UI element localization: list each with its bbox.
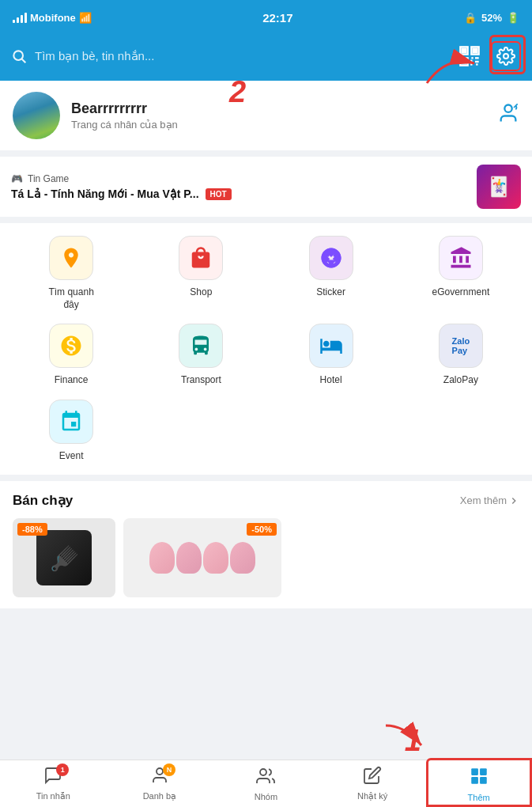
svg-point-15 — [157, 768, 163, 775]
profile-subtitle: Trang cá nhân của bạn — [71, 119, 486, 131]
ban-chay-header: Bán chạy Xem thêm — [13, 492, 519, 509]
profile-name: Bearrrrrrrrr — [71, 100, 486, 117]
group-icon — [256, 767, 275, 790]
battery-icon: 🔋 — [507, 12, 519, 24]
svg-rect-11 — [474, 49, 477, 53]
service-label: Sticker — [316, 286, 345, 299]
header-icons — [455, 41, 521, 71]
svg-rect-10 — [462, 49, 466, 53]
service-label: ZaloPay — [443, 374, 478, 387]
service-label: Transport — [181, 374, 221, 387]
nav-danh-ba[interactable]: N Danh bạ — [107, 760, 213, 807]
header: Tìm bạn bè, tin nhắn... — [0, 35, 532, 81]
view-more-button[interactable]: Xem thêm — [460, 494, 519, 506]
profile-edit-button[interactable] — [497, 102, 519, 129]
nav-nhom[interactable]: Nhóm — [213, 760, 319, 807]
nav-label-nhat-ky: Nhật ký — [357, 791, 387, 801]
tin-nhan-badge: 1 — [56, 763, 69, 776]
news-thumbnail: 🃏 — [477, 165, 521, 209]
svg-point-14 — [504, 105, 511, 112]
diary-icon — [363, 766, 382, 790]
service-label: Event — [59, 450, 84, 463]
service-sticker[interactable]: Sticker — [266, 236, 396, 311]
qr-icon — [458, 45, 481, 67]
battery-percent: 52% — [481, 12, 502, 24]
status-time: 22:17 — [262, 11, 292, 25]
profile-info: Bearrrrrrrrr Trang cá nhân của bạn — [71, 100, 486, 131]
bottom-nav: 1 Tin nhắn N Danh bạ Nhóm — [0, 760, 532, 807]
svg-point-0 — [13, 51, 23, 60]
avatar — [13, 92, 60, 139]
news-title: Tá Lả - Tính Năng Mới - Mua Vật P... HOT — [11, 188, 469, 200]
svg-point-16 — [260, 769, 266, 775]
nav-label-danh-ba: Danh bạ — [143, 791, 176, 801]
svg-rect-12 — [462, 60, 466, 64]
discount-badge-1: -88% — [17, 523, 47, 536]
service-label: Hotel — [320, 374, 342, 387]
nav-them[interactable]: Thêm — [425, 760, 532, 807]
service-event[interactable]: Event — [6, 400, 136, 463]
settings-button[interactable] — [491, 41, 521, 71]
products-row: -88% 🪮 -50% — [13, 518, 519, 597]
game-icon: 🎮 — [11, 173, 23, 184]
lock-icon: 🔒 — [464, 12, 477, 24]
zalopay-icon-box: ZaloPay — [439, 324, 483, 368]
transport-icon-box — [179, 324, 223, 368]
hot-badge: HOT — [206, 188, 232, 200]
service-label: eGovernment — [432, 286, 490, 299]
service-tim-quanh-day[interactable]: Tìm quanhđây — [6, 236, 136, 311]
status-left: Mobifone 📶 — [13, 12, 92, 24]
service-egovernment[interactable]: eGovernment — [396, 236, 526, 311]
ban-chay-title: Bán chạy — [13, 492, 73, 509]
search-bar[interactable]: Tìm bạn bè, tin nhắn... — [11, 48, 445, 64]
finance-icon-box — [49, 324, 93, 368]
service-zalopay[interactable]: ZaloPay ZaloPay — [396, 324, 526, 387]
svg-rect-20 — [480, 777, 487, 784]
location-icon-box — [49, 236, 93, 280]
nav-label-tin-nhan: Tin nhắn — [36, 791, 70, 801]
shop-icon-box — [179, 236, 223, 280]
service-label: Finance — [55, 374, 89, 387]
hotel-icon-box — [309, 324, 353, 368]
egovernment-icon-box — [439, 236, 483, 280]
gear-icon — [496, 47, 515, 66]
signal-icon — [13, 13, 27, 23]
news-content: 🎮 Tin Game Tá Lả - Tính Năng Mới - Mua V… — [11, 173, 469, 200]
svg-rect-18 — [480, 768, 487, 775]
qr-button[interactable] — [455, 41, 485, 71]
status-bar: Mobifone 📶 22:17 🔒 52% 🔋 — [0, 0, 532, 35]
search-icon — [11, 48, 27, 64]
product-card-1[interactable]: -88% 🪮 — [13, 518, 115, 597]
status-right: 🔒 52% 🔋 — [464, 12, 519, 24]
service-shop[interactable]: Shop — [136, 236, 266, 311]
nav-nhat-ky[interactable]: Nhật ký — [319, 760, 426, 807]
nav-label-nhom: Nhóm — [255, 792, 277, 801]
svg-line-1 — [22, 59, 26, 63]
wifi-icon: 📶 — [79, 12, 92, 24]
product-card-2[interactable]: -50% — [123, 518, 281, 597]
service-label: Shop — [190, 286, 212, 299]
svg-rect-17 — [471, 768, 478, 775]
event-icon-box — [49, 400, 93, 444]
svg-point-13 — [504, 54, 508, 59]
ban-chay-section: Bán chạy Xem thêm -88% 🪮 -50% — [0, 481, 532, 608]
carrier-name: Mobifone — [30, 12, 76, 24]
search-placeholder: Tìm bạn bè, tin nhắn... — [35, 49, 154, 63]
service-label: Tìm quanhđây — [48, 286, 93, 311]
service-hotel[interactable]: Hotel — [266, 324, 396, 387]
service-transport[interactable]: Transport — [136, 324, 266, 387]
services-grid: Tìm quanhđây Shop Sticker — [6, 236, 526, 462]
main-content: Bearrrrrrrrr Trang cá nhân của bạn 🎮 Tin… — [0, 81, 532, 760]
more-icon — [469, 766, 489, 791]
profile-section[interactable]: Bearrrrrrrrr Trang cá nhân của bạn — [0, 81, 532, 150]
nav-label-them: Thêm — [468, 793, 490, 802]
service-finance[interactable]: Finance — [6, 324, 136, 387]
danh-ba-badge: N — [163, 763, 175, 776]
sticker-icon-box — [309, 236, 353, 280]
svg-rect-19 — [471, 777, 478, 784]
services-section: Tìm quanhđây Shop Sticker — [0, 223, 532, 475]
news-category: 🎮 Tin Game — [11, 173, 469, 184]
nav-tin-nhan[interactable]: 1 Tin nhắn — [0, 760, 107, 807]
discount-badge-2: -50% — [247, 523, 277, 536]
news-banner[interactable]: 🎮 Tin Game Tá Lả - Tính Năng Mới - Mua V… — [0, 157, 532, 217]
